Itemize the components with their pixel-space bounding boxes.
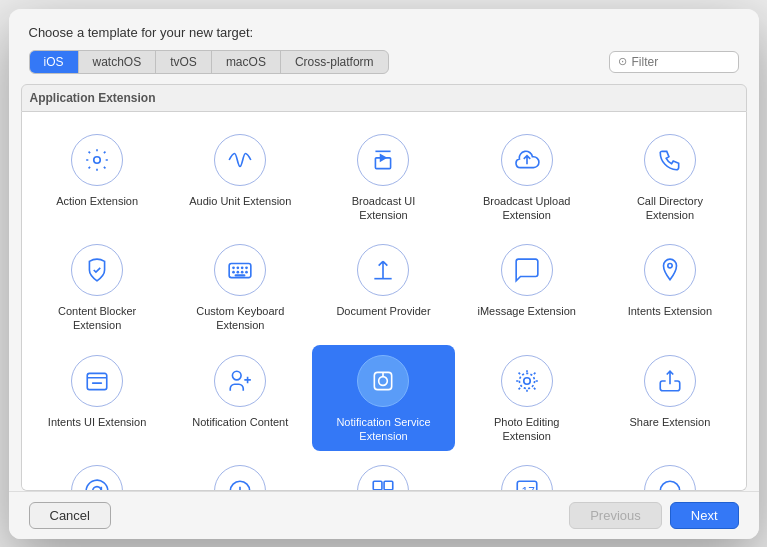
intents-ui-label: Intents UI Extension xyxy=(48,415,146,429)
svg-point-29 xyxy=(660,482,680,491)
grid-item-more4[interactable] xyxy=(598,455,741,490)
action-icon xyxy=(71,134,123,186)
tabs-row: iOS watchOS tvOS macOS Cross-platform ⊙ xyxy=(29,50,739,74)
grid-item-more1[interactable] xyxy=(169,455,312,490)
svg-point-21 xyxy=(93,487,102,491)
tab-macos[interactable]: macOS xyxy=(212,51,281,73)
grid-item-notification-service[interactable]: Notification Service Extension xyxy=(312,345,455,452)
previous-button[interactable]: Previous xyxy=(569,502,662,529)
grid-item-more3[interactable]: 17 xyxy=(455,455,598,490)
notification-service-icon xyxy=(357,355,409,407)
share-icon xyxy=(644,355,696,407)
section-label: Application Extension xyxy=(21,84,747,112)
dialog-title: Choose a template for your new target: xyxy=(29,25,739,40)
filter-box[interactable]: ⊙ xyxy=(609,51,739,73)
dialog-body: Application Extension Action Extension A… xyxy=(9,84,759,491)
grid-item-share[interactable]: Share Extension xyxy=(598,345,741,452)
notification-content-icon xyxy=(214,355,266,407)
photo-editing-icon xyxy=(501,355,553,407)
tab-crossplatform[interactable]: Cross-platform xyxy=(281,51,388,73)
more3-icon: 17 xyxy=(501,465,553,490)
svg-point-0 xyxy=(94,156,101,163)
broadcast-upload-label: Broadcast Upload Extension xyxy=(472,194,582,223)
cancel-button[interactable]: Cancel xyxy=(29,502,111,529)
grid-item-action[interactable]: Action Extension xyxy=(26,124,169,231)
imessage-icon xyxy=(501,244,553,296)
svg-point-15 xyxy=(233,371,242,380)
filter-icon: ⊙ xyxy=(618,55,627,68)
dialog-footer: Cancel Previous Next xyxy=(9,491,759,539)
grid-item-content-blocker[interactable]: Content Blocker Extension xyxy=(26,234,169,341)
grid-item-audio-unit[interactable]: Audio Unit Extension xyxy=(169,124,312,231)
intents-ui-icon xyxy=(71,355,123,407)
notification-service-label: Notification Service Extension xyxy=(328,415,438,444)
custom-keyboard-label: Custom Keyboard Extension xyxy=(185,304,295,333)
grid-item-intents-ui[interactable]: Intents UI Extension xyxy=(26,345,169,452)
dialog-header: Choose a template for your new target: i… xyxy=(9,9,759,84)
photo-editing-label: Photo Editing Extension xyxy=(472,415,582,444)
svg-point-17 xyxy=(379,376,388,385)
svg-point-19 xyxy=(523,377,530,384)
more2-icon xyxy=(357,465,409,490)
footer-nav: Previous Next xyxy=(569,502,738,529)
tab-tvos[interactable]: tvOS xyxy=(156,51,212,73)
broadcast-ui-label: Broadcast UI Extension xyxy=(328,194,438,223)
broadcast-ui-icon xyxy=(357,134,409,186)
grid-item-intents[interactable]: Intents Extension xyxy=(598,234,741,341)
call-directory-label: Call Directory Extension xyxy=(615,194,725,223)
notification-content-label: Notification Content xyxy=(192,415,288,429)
svg-rect-24 xyxy=(385,482,394,491)
more1-icon xyxy=(214,465,266,490)
grid-item-at[interactable] xyxy=(26,455,169,490)
grid-item-broadcast-upload[interactable]: Broadcast Upload Extension xyxy=(455,124,598,231)
grid-item-document-provider[interactable]: Document Provider xyxy=(312,234,455,341)
grid-item-more2[interactable] xyxy=(312,455,455,490)
svg-point-20 xyxy=(519,373,534,388)
audio-unit-label: Audio Unit Extension xyxy=(189,194,291,208)
extension-grid: Action Extension Audio Unit Extension xyxy=(26,120,742,491)
grid-item-call-directory[interactable]: Call Directory Extension xyxy=(598,124,741,231)
template-dialog: Choose a template for your new target: i… xyxy=(9,9,759,539)
broadcast-upload-icon xyxy=(501,134,553,186)
share-label: Share Extension xyxy=(630,415,711,429)
svg-text:17: 17 xyxy=(521,486,535,491)
more4-icon xyxy=(644,465,696,490)
intents-icon xyxy=(644,244,696,296)
action-label: Action Extension xyxy=(56,194,138,208)
svg-point-13 xyxy=(668,264,672,268)
platform-tab-group: iOS watchOS tvOS macOS Cross-platform xyxy=(29,50,389,74)
grid-item-broadcast-ui[interactable]: Broadcast UI Extension xyxy=(312,124,455,231)
intents-label: Intents Extension xyxy=(628,304,712,318)
grid-container[interactable]: Action Extension Audio Unit Extension xyxy=(21,112,747,491)
content-blocker-icon xyxy=(71,244,123,296)
custom-keyboard-icon xyxy=(214,244,266,296)
grid-item-notification-content[interactable]: Notification Content xyxy=(169,345,312,452)
svg-rect-23 xyxy=(374,482,383,491)
content-blocker-label: Content Blocker Extension xyxy=(42,304,152,333)
grid-item-custom-keyboard[interactable]: Custom Keyboard Extension xyxy=(169,234,312,341)
filter-input[interactable] xyxy=(632,55,730,69)
call-directory-icon xyxy=(644,134,696,186)
next-button[interactable]: Next xyxy=(670,502,739,529)
grid-item-imessage[interactable]: iMessage Extension xyxy=(455,234,598,341)
svg-marker-2 xyxy=(380,153,388,162)
audio-unit-icon xyxy=(214,134,266,186)
imessage-label: iMessage Extension xyxy=(477,304,575,318)
document-provider-label: Document Provider xyxy=(336,304,430,318)
at-icon xyxy=(71,465,123,490)
document-provider-icon xyxy=(357,244,409,296)
tab-watchos[interactable]: watchOS xyxy=(79,51,157,73)
grid-item-photo-editing[interactable]: Photo Editing Extension xyxy=(455,345,598,452)
tab-ios[interactable]: iOS xyxy=(30,51,79,73)
